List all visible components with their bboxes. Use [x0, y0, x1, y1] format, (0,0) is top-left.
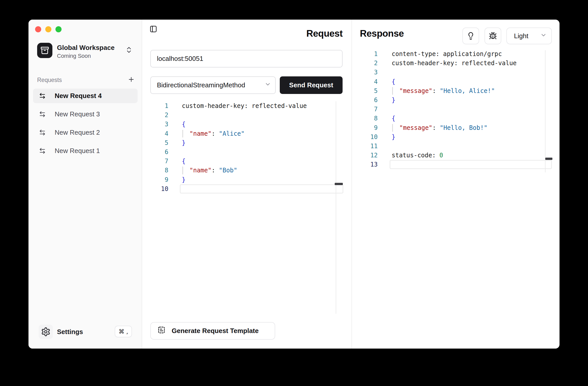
- panel-divider: [351, 20, 352, 349]
- code-token: 0: [439, 152, 443, 159]
- request-editor-scrollbar-thumb[interactable]: [335, 183, 343, 185]
- line-number: 8: [360, 114, 378, 123]
- code-token: :: [212, 167, 219, 174]
- line-number: 10: [150, 184, 168, 194]
- editor-line[interactable]: 9"message": "Hello, Bob!": [360, 123, 552, 132]
- editor-line[interactable]: 4{: [360, 77, 552, 86]
- theme-select-value: Light: [514, 32, 528, 40]
- requests-section-label: Requests: [37, 77, 62, 84]
- editor-line[interactable]: 6}: [360, 95, 552, 105]
- sidebar-item-request-4[interactable]: New Request 4: [33, 89, 138, 103]
- code-line: }: [390, 95, 552, 105]
- settings-shortcut-badge: ⌘ ,: [115, 326, 132, 337]
- code-line: content-type: application/grpc: [390, 49, 552, 59]
- generate-request-template-label: Generate Request Template: [172, 327, 259, 335]
- lightbulb-icon: [467, 32, 475, 40]
- arrow-left-right-icon: [39, 129, 46, 136]
- editor-line[interactable]: 7: [360, 105, 552, 114]
- editor-line[interactable]: 8{: [360, 114, 552, 123]
- line-number: 8: [150, 166, 168, 175]
- editor-line[interactable]: 2: [150, 111, 343, 120]
- template-icon: [157, 326, 166, 336]
- settings-row[interactable]: Settings ⌘ ,: [28, 324, 142, 341]
- code-line: custom-header-key: reflected-value: [390, 59, 552, 68]
- minimize-window-button[interactable]: [45, 26, 51, 32]
- line-number: 2: [150, 111, 168, 120]
- line-number: 1: [150, 101, 168, 111]
- workspace-icon: [37, 43, 52, 58]
- arrow-left-right-icon: [39, 111, 46, 118]
- editor-line[interactable]: 6: [150, 147, 343, 157]
- chevron-down-icon: [540, 32, 547, 40]
- code-token: }: [392, 133, 395, 141]
- editor-line[interactable]: 3{: [150, 120, 343, 129]
- line-number: 6: [150, 147, 168, 157]
- method-select[interactable]: BidirectionalStreamingMethod: [150, 76, 276, 94]
- editor-line[interactable]: 3: [360, 68, 552, 77]
- workspace-switcher[interactable]: [125, 46, 133, 55]
- line-number: 9: [360, 123, 378, 132]
- line-number: 7: [360, 105, 378, 114]
- theme-select[interactable]: Light: [506, 27, 552, 44]
- code-token: :: [212, 130, 219, 137]
- code-token: {: [392, 115, 395, 122]
- line-number: 5: [360, 86, 378, 95]
- workspace-subtitle: Coming Soon: [57, 53, 91, 59]
- close-window-button[interactable]: [35, 26, 41, 32]
- editor-line[interactable]: 11: [360, 142, 552, 151]
- active-code-line: [390, 160, 552, 169]
- editor-line[interactable]: 9}: [150, 175, 343, 184]
- code-line: "message": "Hello, Alice!": [390, 86, 552, 95]
- request-editor[interactable]: 1custom-header-key: reflected-value23{4"…: [150, 101, 343, 194]
- server-url-input[interactable]: [150, 50, 343, 67]
- code-token: status-code:: [392, 152, 439, 159]
- editor-line[interactable]: 1custom-header-key: reflected-value: [150, 101, 343, 111]
- editor-line[interactable]: 2custom-header-key: reflected-value: [360, 59, 552, 68]
- debug-button[interactable]: [484, 27, 501, 44]
- response-editor-scrollbar-track[interactable]: [545, 50, 546, 172]
- generate-request-template-button[interactable]: Generate Request Template: [150, 322, 275, 340]
- editor-line[interactable]: 5"message": "Hello, Alice!": [360, 86, 552, 95]
- sidebar-item-request-3[interactable]: New Request 3: [33, 107, 138, 121]
- request-item-label: New Request 1: [55, 147, 100, 155]
- method-select-value: BidirectionalStreamingMethod: [157, 81, 245, 89]
- send-request-button[interactable]: Send Request: [280, 76, 343, 94]
- response-editor-scrollbar-thumb[interactable]: [545, 158, 552, 160]
- hint-button[interactable]: [462, 27, 479, 44]
- sidebar-item-request-2[interactable]: New Request 2: [33, 125, 138, 140]
- line-number: 7: [150, 157, 168, 166]
- add-request-button[interactable]: [127, 75, 136, 84]
- line-number: 10: [360, 132, 378, 142]
- code-token: {: [182, 158, 185, 165]
- line-number: 5: [150, 138, 168, 147]
- editor-line[interactable]: 12status-code: 0: [360, 151, 552, 160]
- editor-line[interactable]: 7{: [150, 157, 343, 166]
- toggle-sidebar-button[interactable]: [150, 25, 157, 33]
- code-token: }: [182, 139, 185, 146]
- editor-line[interactable]: 10}: [360, 132, 552, 142]
- code-token: }: [182, 176, 185, 183]
- request-editor-scrollbar-track[interactable]: [336, 101, 336, 314]
- sidebar-item-request-1[interactable]: New Request 1: [33, 144, 138, 158]
- code-token: }: [392, 96, 395, 104]
- request-list: New Request 4New Request 3New Request 2N…: [33, 89, 138, 162]
- response-editor[interactable]: 1content-type: application/grpc2custom-h…: [360, 49, 552, 169]
- bug-icon: [489, 32, 497, 40]
- editor-line[interactable]: 13: [360, 160, 552, 169]
- code-token: "message": [399, 87, 432, 94]
- editor-line[interactable]: 5}: [150, 138, 343, 147]
- code-line: status-code: 0: [390, 151, 552, 160]
- editor-line[interactable]: 4"name": "Alice": [150, 129, 343, 138]
- send-request-label: Send Request: [289, 81, 333, 89]
- editor-line[interactable]: 8"name": "Bob": [150, 166, 343, 175]
- editor-line[interactable]: 1content-type: application/grpc: [360, 49, 552, 59]
- editor-line[interactable]: 10: [150, 184, 343, 194]
- zoom-window-button[interactable]: [55, 26, 62, 32]
- code-line: {: [390, 114, 552, 123]
- line-number: 12: [360, 151, 378, 160]
- code-token: {: [392, 78, 395, 85]
- line-number: 3: [150, 120, 168, 129]
- code-line: "name": "Bob": [180, 166, 343, 175]
- line-number: 3: [360, 68, 378, 77]
- line-number: 6: [360, 95, 378, 105]
